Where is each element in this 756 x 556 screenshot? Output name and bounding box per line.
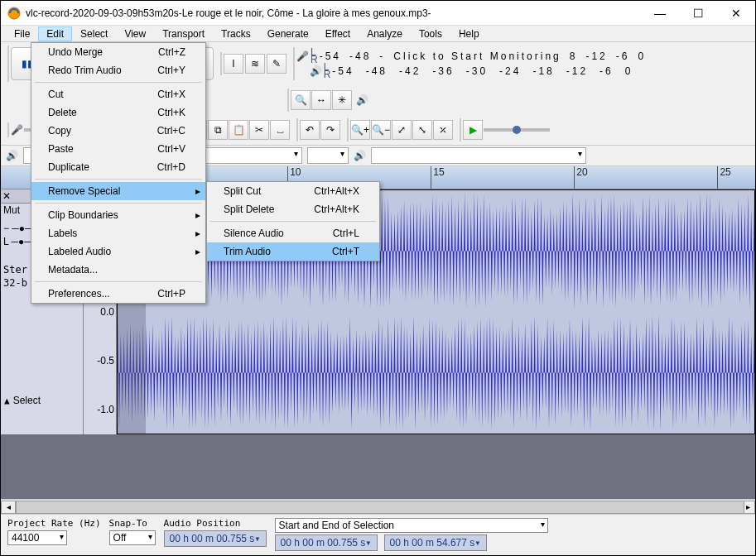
speaker-icon: 🔊	[310, 65, 322, 77]
menu-item-labels[interactable]: Labels▸	[31, 224, 205, 242]
track-close-button[interactable]: ✕	[2, 190, 11, 202]
track-collapse-button[interactable]: ▲ Select	[4, 395, 41, 406]
zoom-out-icon: 🔍−	[372, 124, 390, 136]
audio-host-icon: 🔊	[6, 150, 18, 161]
timeshift-icon: ↔	[316, 94, 326, 106]
menu-item-preferences-[interactable]: Preferences...Ctrl+P	[31, 285, 205, 303]
close-button[interactable]: ✕	[717, 1, 755, 26]
menu-select[interactable]: Select	[72, 26, 116, 41]
selection-region[interactable]	[118, 312, 146, 434]
menu-item-cut[interactable]: CutCtrl+X	[31, 85, 205, 103]
menu-item-delete[interactable]: DeleteCtrl+K	[31, 103, 205, 122]
ruler-tick: 15	[431, 166, 444, 189]
menu-edit[interactable]: Edit	[38, 26, 72, 41]
trim-button[interactable]: ✂	[249, 120, 269, 140]
menu-generate[interactable]: Generate	[259, 26, 317, 41]
project-rate-label: Project Rate (Hz)	[7, 518, 101, 529]
play-device-icon: 🔊	[354, 150, 366, 161]
menu-file[interactable]: File	[6, 26, 38, 41]
audio-position-field[interactable]: 00 h 00 m 00.755 s▾	[164, 530, 267, 547]
draw-icon: ✎	[272, 58, 281, 70]
menu-effect[interactable]: Effect	[317, 26, 359, 41]
waveform-svg	[118, 312, 754, 434]
silence-icon: ⎵	[277, 124, 283, 136]
play-at-speed-button[interactable]: ▶	[463, 120, 483, 140]
draw-tool-button[interactable]: ✎	[267, 54, 287, 74]
multi-tool-button[interactable]: ✳	[332, 90, 352, 110]
zoom-toolbar: 🔍+ 🔍− ⤢ ⤡ ⤫	[347, 118, 455, 141]
menu-view[interactable]: View	[116, 26, 154, 41]
copy-button[interactable]: ⧉	[208, 120, 228, 140]
empty-track-area[interactable]	[1, 434, 755, 499]
menu-item-paste[interactable]: PasteCtrl+V	[31, 140, 205, 158]
playback-meter[interactable]: -54-48-42-36-30-24-18-12-60	[332, 65, 633, 77]
playback-speed-slider[interactable]	[484, 128, 550, 132]
paste-button[interactable]: 📋	[229, 120, 248, 140]
menu-item-metadata-[interactable]: Metadata...	[31, 261, 205, 279]
fit-selection-icon: ⤢	[397, 124, 406, 136]
envelope-icon: ≋	[251, 58, 259, 70]
menu-item-duplicate[interactable]: DuplicateCtrl+D	[31, 158, 205, 176]
redo-icon: ↷	[326, 124, 335, 136]
selection-mode-select[interactable]: Start and End of Selection	[275, 518, 548, 533]
trim-icon: ✂	[255, 124, 263, 136]
zoom-tool-button[interactable]: 🔍	[291, 90, 311, 110]
zoom-out-button[interactable]: 🔍−	[371, 120, 391, 140]
menu-item-split-cut[interactable]: Split CutCtrl+Alt+X	[207, 182, 379, 200]
ruler-tick: 20	[574, 166, 587, 189]
zoom-toggle-icon: ⤫	[439, 124, 447, 136]
maximize-button[interactable]: ☐	[679, 1, 717, 26]
selection-tool-button[interactable]: I	[224, 54, 243, 74]
horizontal-scrollbar[interactable]: ◂ ▸	[1, 499, 755, 514]
menu-analyze[interactable]: Analyze	[359, 26, 411, 41]
minimize-button[interactable]: —	[641, 1, 679, 26]
zoom-icon: 🔍	[295, 94, 307, 106]
zoom-toggle-button[interactable]: ⤫	[433, 120, 453, 140]
timeshift-tool-button[interactable]: ↔	[311, 90, 331, 110]
record-meter[interactable]: -54-48- Click to Start Monitoring 8-12-6…	[320, 50, 646, 62]
hscroll-thumb[interactable]	[16, 501, 744, 514]
mute-button[interactable]: Mut	[3, 204, 20, 216]
menu-tracks[interactable]: Tracks	[213, 26, 259, 41]
menu-tools[interactable]: Tools	[411, 26, 450, 41]
undo-redo-toolbar: ↶ ↷	[296, 118, 342, 141]
tools-toolbar-row2: 🔍 ↔ ✳ 🔊	[287, 89, 370, 112]
hscroll-left-button[interactable]: ◂	[1, 501, 16, 514]
meter-lr-label: LR	[324, 64, 331, 79]
redo-button[interactable]: ↷	[320, 120, 340, 140]
menu-item-silence-audio[interactable]: Silence AudioCtrl+L	[207, 224, 379, 242]
silence-button[interactable]: ⎵	[270, 120, 290, 140]
mic-icon: 🎤	[296, 50, 309, 62]
menu-item-split-delete[interactable]: Split DeleteCtrl+Alt+K	[207, 200, 379, 218]
menu-transport[interactable]: Transport	[154, 26, 213, 41]
menu-item-trim-audio[interactable]: Trim AudioCtrl+T	[207, 242, 379, 261]
record-meter-toolbar: 🎤 LR -54-48- Click to Start Monitoring 8…	[293, 47, 648, 80]
menu-item-labeled-audio[interactable]: Labeled Audio▸	[31, 242, 205, 261]
menu-help[interactable]: Help	[450, 26, 488, 41]
snap-to-label: Snap-To	[109, 518, 156, 529]
undo-button[interactable]: ↶	[300, 120, 320, 140]
playback-device-select[interactable]	[371, 147, 586, 164]
fit-selection-button[interactable]: ⤢	[392, 120, 412, 140]
project-rate-select[interactable]: 44100	[7, 530, 67, 545]
ruler-tick: 25	[717, 166, 730, 189]
menu-item-clip-boundaries[interactable]: Clip Boundaries▸	[31, 206, 205, 224]
fit-project-button[interactable]: ⤡	[412, 120, 432, 140]
menu-item-redo-trim-audio[interactable]: Redo Trim AudioCtrl+Y	[31, 61, 205, 79]
menu-item-copy[interactable]: CopyCtrl+C	[31, 122, 205, 140]
recording-channels-select[interactable]	[307, 147, 349, 164]
selection-end-field[interactable]: 00 h 00 m 54.677 s▾	[384, 534, 487, 551]
zoom-in-button[interactable]: 🔍+	[350, 120, 370, 140]
remove-special-submenu: Split CutCtrl+Alt+XSplit DeleteCtrl+Alt+…	[206, 181, 380, 261]
envelope-tool-button[interactable]: ≋	[245, 54, 265, 74]
waveform-channel-right[interactable]	[118, 312, 754, 434]
paste-icon: 📋	[233, 124, 245, 136]
menu-item-undo-merge[interactable]: Undo MergeCtrl+Z	[31, 43, 205, 61]
menu-item-remove-special[interactable]: Remove Special▸	[31, 182, 205, 200]
speaker-gain-icon: 🔊	[356, 94, 368, 106]
audio-position-label: Audio Position	[164, 518, 267, 529]
meter-lr-label: LR	[311, 49, 318, 64]
cursor-icon: I	[232, 58, 234, 70]
snap-to-select[interactable]: Off	[109, 530, 156, 545]
selection-start-field[interactable]: 00 h 00 m 00.755 s▾	[275, 534, 378, 551]
